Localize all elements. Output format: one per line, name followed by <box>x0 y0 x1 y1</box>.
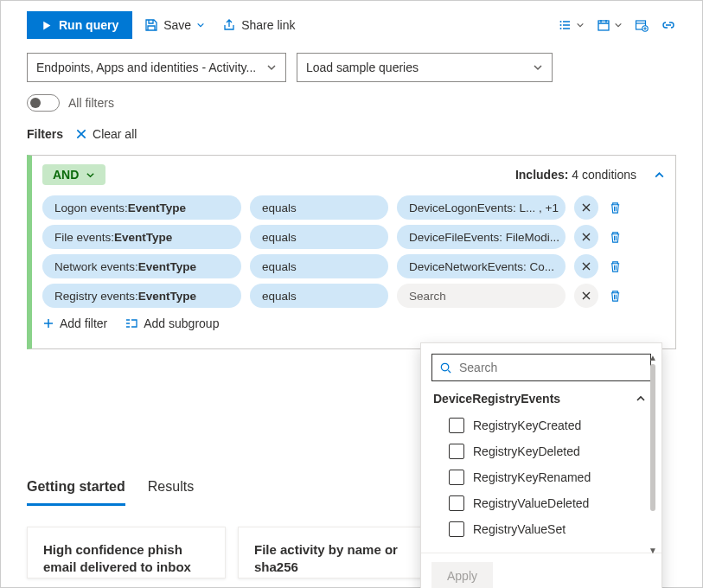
checkbox[interactable] <box>449 470 464 485</box>
condition-field-pill[interactable]: Logon events: EventType <box>42 195 241 220</box>
popup-scrollbar[interactable]: ▲ ▼ <box>646 354 660 555</box>
popup-option[interactable]: RegistryValueDeleted <box>431 490 651 516</box>
delete-condition-button[interactable] <box>607 260 623 273</box>
close-icon <box>581 232 591 242</box>
trash-icon <box>609 231 622 244</box>
condition-field-pill[interactable]: Registry events: EventType <box>42 284 241 308</box>
logic-operator-label: AND <box>53 168 79 182</box>
all-filters-label: All filters <box>68 96 114 110</box>
card-phish[interactable]: High confidence phish email delivered to… <box>27 527 226 578</box>
share-icon <box>222 18 236 32</box>
option-label: RegistryKeyRenamed <box>473 470 591 484</box>
condition-op-pill[interactable]: equals <box>250 284 388 308</box>
filter-builder: AND Includes: 4 conditions Logon events:… <box>27 155 676 349</box>
option-label: RegistryValueDeleted <box>473 496 589 510</box>
apply-button[interactable]: Apply <box>431 562 493 588</box>
close-icon <box>581 202 591 213</box>
chevron-down-icon <box>576 21 585 29</box>
checkbox[interactable] <box>449 418 464 433</box>
field-name: EventType <box>138 260 196 273</box>
trash-icon <box>609 290 622 303</box>
field-prefix: Logon events: <box>54 201 128 214</box>
calendar-plus-icon <box>635 18 649 32</box>
plus-icon <box>42 317 54 329</box>
tab-results[interactable]: Results <box>148 470 194 506</box>
chevron-down-icon <box>86 170 95 180</box>
condition-op-pill[interactable]: equals <box>250 254 388 278</box>
popup-search-input[interactable] <box>459 361 643 374</box>
close-icon <box>581 291 591 301</box>
clear-all-button[interactable]: Clear all <box>75 127 137 141</box>
tab-getting-started[interactable]: Getting started <box>27 470 125 506</box>
delete-condition-button[interactable] <box>607 290 623 303</box>
scroll-thumb[interactable] <box>650 364 655 511</box>
trash-icon <box>609 201 622 214</box>
clear-value-button[interactable] <box>574 225 598 249</box>
condition-field-pill[interactable]: Network events: EventType <box>42 254 241 278</box>
includes-summary: Includes: 4 conditions <box>515 168 665 182</box>
clear-value-button[interactable] <box>574 195 598 220</box>
add-filter-button[interactable]: Add filter <box>42 316 107 330</box>
logic-operator-pill[interactable]: AND <box>42 164 105 185</box>
checkbox[interactable] <box>449 521 464 537</box>
popup-options-list: RegistryKeyCreatedRegistryKeyDeletedRegi… <box>431 412 651 542</box>
condition-op-pill[interactable]: equals <box>250 225 388 249</box>
date-range-button[interactable] <box>597 18 623 32</box>
link-button[interactable] <box>661 18 676 32</box>
save-button[interactable]: Save <box>139 15 210 35</box>
popup-option[interactable]: RegistryKeyCreated <box>431 412 651 438</box>
clear-value-button[interactable] <box>574 284 598 308</box>
condition-op-pill[interactable]: equals <box>250 195 388 220</box>
popup-option[interactable]: RegistryValueSet <box>431 516 651 542</box>
card-file-activity[interactable]: File activity by name or sha256 <box>238 527 437 578</box>
condition-value-pill[interactable]: DeviceNetworkEvents: Co... <box>397 254 566 278</box>
popup-option[interactable]: RegistryKeyDeleted <box>431 438 651 464</box>
all-filters-toggle[interactable] <box>27 94 60 112</box>
popup-option[interactable]: RegistryKeyRenamed <box>431 464 651 490</box>
delete-condition-button[interactable] <box>607 231 623 244</box>
filters-row: Filters Clear all <box>1 127 702 155</box>
run-query-button[interactable]: Run query <box>27 11 132 39</box>
schedule-button[interactable] <box>635 18 649 32</box>
play-icon <box>41 20 52 31</box>
condition-row: Registry events: EventTypeequalsSearch <box>42 284 665 308</box>
checkbox[interactable] <box>449 444 464 459</box>
add-row: Add filter Add subgroup <box>42 316 665 330</box>
condition-field-pill[interactable]: File events: EventType <box>42 225 241 249</box>
condition-value-pill[interactable]: DeviceFileEvents: FileModi... <box>397 225 566 249</box>
svg-point-0 <box>560 21 562 22</box>
option-label: RegistryKeyCreated <box>473 419 581 432</box>
endpoints-select[interactable]: Endpoints, Apps and identities - Activit… <box>27 53 286 82</box>
card-title: High confidence phish email delivered to… <box>43 541 209 575</box>
save-label: Save <box>163 18 191 32</box>
checkbox[interactable] <box>449 495 464 511</box>
all-filters-toggle-row: All filters <box>1 94 702 127</box>
condition-value-pill[interactable]: Search <box>397 284 566 308</box>
clear-value-button[interactable] <box>574 254 598 278</box>
popup-group-label: DeviceRegistryEvents <box>433 392 560 406</box>
delete-condition-button[interactable] <box>607 201 623 214</box>
chevron-up-icon[interactable] <box>654 169 665 181</box>
chevron-down-icon <box>196 21 205 29</box>
clear-all-label: Clear all <box>93 127 137 141</box>
condition-value-pill[interactable]: DeviceLogonEvents: L... , +1 <box>397 195 566 220</box>
add-filter-label: Add filter <box>60 316 107 330</box>
svg-rect-3 <box>598 21 609 30</box>
field-prefix: Network events: <box>54 260 138 273</box>
run-label: Run query <box>59 18 118 32</box>
field-name: EventType <box>138 290 196 303</box>
list-view-button[interactable] <box>559 18 585 32</box>
add-subgroup-button[interactable]: Add subgroup <box>125 316 219 330</box>
includes-label: Includes: <box>515 168 568 182</box>
popup-search-box[interactable] <box>431 354 651 381</box>
scroll-up-icon[interactable]: ▲ <box>649 354 657 362</box>
popup-group-header[interactable]: DeviceRegistryEvents <box>431 381 651 412</box>
close-icon <box>581 261 591 272</box>
share-link-button[interactable]: Share link <box>217 15 300 35</box>
includes-count: 4 conditions <box>572 168 636 182</box>
chevron-down-icon <box>614 21 623 29</box>
scroll-down-icon[interactable]: ▼ <box>649 546 657 555</box>
link-icon <box>661 18 676 32</box>
field-name: EventType <box>114 231 172 244</box>
sample-queries-select[interactable]: Load sample queries <box>297 53 553 82</box>
